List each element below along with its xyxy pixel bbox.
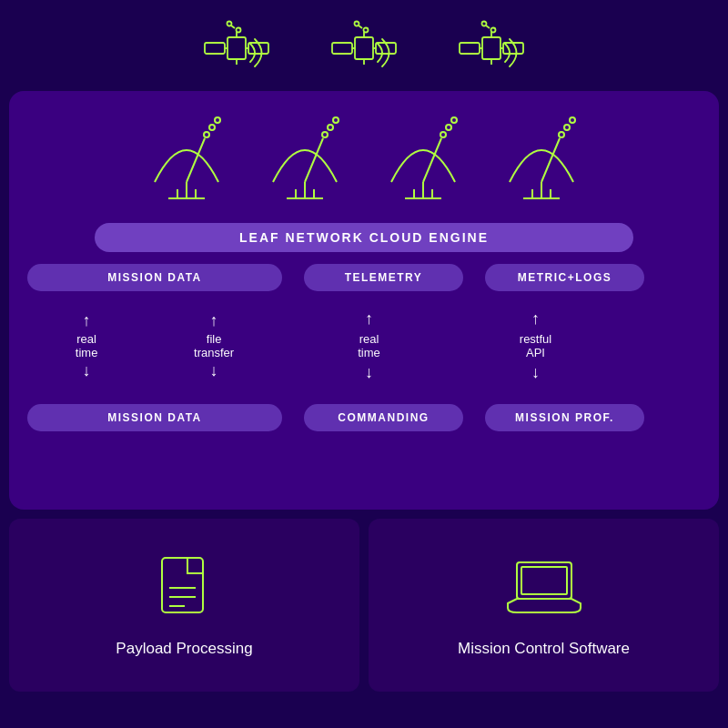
svg-rect-1 xyxy=(205,43,225,54)
commanding-label: COMMANDING xyxy=(304,404,463,431)
svg-point-35 xyxy=(204,132,209,137)
svg-rect-67 xyxy=(521,567,567,594)
svg-rect-62 xyxy=(162,558,203,612)
down-arrow-4: ↓ xyxy=(531,363,540,382)
up-arrow-3: ↑ xyxy=(365,309,373,329)
file-transfer-label: file transfer xyxy=(194,332,234,359)
file-transfer-arrow-col: ↑ file transfer ↓ xyxy=(194,311,234,380)
restful-api-label: restful API xyxy=(520,332,551,359)
svg-line-28 xyxy=(486,25,490,28)
bottom-labels-row: MISSION DATA COMMANDING MISSION PROF. xyxy=(27,404,701,431)
laptop-icon xyxy=(503,553,585,626)
mission-prof-label: MISSION PROF. xyxy=(485,404,644,431)
mission-control-label: Mission Control Software xyxy=(458,640,630,658)
svg-line-8 xyxy=(231,25,235,28)
svg-line-50 xyxy=(423,138,441,182)
dish-4-icon xyxy=(500,109,582,209)
svg-line-58 xyxy=(541,138,560,182)
arrows-section: ↑ real time ↓ ↑ file transfer ↓ ↑ real t… xyxy=(27,291,701,400)
svg-point-29 xyxy=(482,21,487,25)
svg-point-52 xyxy=(446,125,451,130)
svg-point-61 xyxy=(570,117,575,123)
satellite-1-icon xyxy=(200,12,273,85)
svg-rect-0 xyxy=(228,37,246,59)
mission-control-panel: Mission Control Software xyxy=(369,519,719,692)
top-labels-row: MISSION DATA TELEMETRY METRIC+LOGS xyxy=(27,264,701,291)
svg-line-42 xyxy=(305,138,323,182)
satellite-3-icon xyxy=(455,12,528,85)
main-diagram: LEAF NETWORK CLOUD ENGINE MISSION DATA T… xyxy=(9,91,719,510)
down-arrow-1: ↓ xyxy=(83,361,91,380)
svg-point-26 xyxy=(491,27,496,32)
svg-rect-21 xyxy=(460,43,480,54)
svg-point-53 xyxy=(451,117,457,123)
real-time-2-label: real time xyxy=(358,332,380,359)
svg-rect-11 xyxy=(332,43,352,54)
ground-stations-row xyxy=(146,100,582,218)
up-arrow-4: ↑ xyxy=(531,309,540,329)
payload-label: Payload Processing xyxy=(116,640,252,658)
metrics-arrows-col: ↑ restful API ↓ xyxy=(456,291,615,400)
top-satellites-section xyxy=(0,0,728,91)
svg-point-51 xyxy=(440,132,446,137)
svg-point-36 xyxy=(209,125,215,130)
telemetry-arrows-col: ↑ real time ↓ xyxy=(289,291,449,400)
svg-point-45 xyxy=(333,117,339,123)
mission-data-arrows-col: ↑ real time ↓ ↑ file transfer ↓ xyxy=(27,291,282,400)
document-icon xyxy=(153,553,217,626)
svg-point-6 xyxy=(237,27,241,32)
real-time-arrow-col: ↑ real time ↓ xyxy=(76,311,98,380)
cloud-engine-label: LEAF NETWORK CLOUD ENGINE xyxy=(95,223,633,252)
svg-point-16 xyxy=(364,27,369,32)
svg-point-19 xyxy=(355,21,359,25)
svg-line-18 xyxy=(359,25,362,28)
svg-line-34 xyxy=(187,138,205,182)
svg-point-43 xyxy=(322,132,328,137)
mission-data-top-label: MISSION DATA xyxy=(27,264,282,291)
metrics-label: METRIC+LOGS xyxy=(485,264,644,291)
svg-point-9 xyxy=(228,21,232,25)
satellite-2-icon xyxy=(328,12,400,85)
svg-rect-10 xyxy=(355,37,373,59)
bottom-panels-section: Payload Processing Mission Control Softw… xyxy=(9,519,719,692)
dish-3-icon xyxy=(382,109,464,209)
data-flow-section: MISSION DATA TELEMETRY METRIC+LOGS ↑ rea… xyxy=(27,264,701,431)
telemetry-label: TELEMETRY xyxy=(304,264,463,291)
svg-point-37 xyxy=(215,117,220,123)
up-arrow-1: ↑ xyxy=(83,311,91,330)
svg-point-59 xyxy=(559,132,564,137)
svg-rect-20 xyxy=(482,37,500,59)
payload-processing-panel: Payload Processing xyxy=(9,519,359,692)
dish-2-icon xyxy=(264,109,346,209)
svg-point-60 xyxy=(564,125,570,130)
dish-1-icon xyxy=(146,109,228,209)
down-arrow-2: ↓ xyxy=(210,361,218,380)
down-arrow-3: ↓ xyxy=(365,363,373,382)
up-arrow-2: ↑ xyxy=(210,311,218,330)
mission-data-bottom-label: MISSION DATA xyxy=(27,404,282,431)
real-time-label: real time xyxy=(76,332,98,359)
svg-point-44 xyxy=(328,125,333,130)
